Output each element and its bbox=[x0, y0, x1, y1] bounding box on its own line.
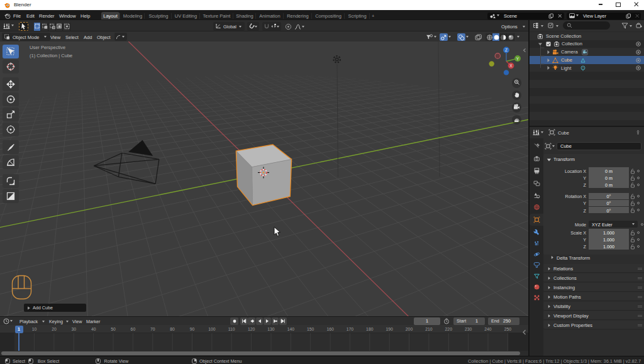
svg-text:X: X bbox=[509, 63, 513, 68]
svg-text:Y: Y bbox=[516, 57, 519, 61]
svg-text:Z: Z bbox=[505, 48, 508, 52]
